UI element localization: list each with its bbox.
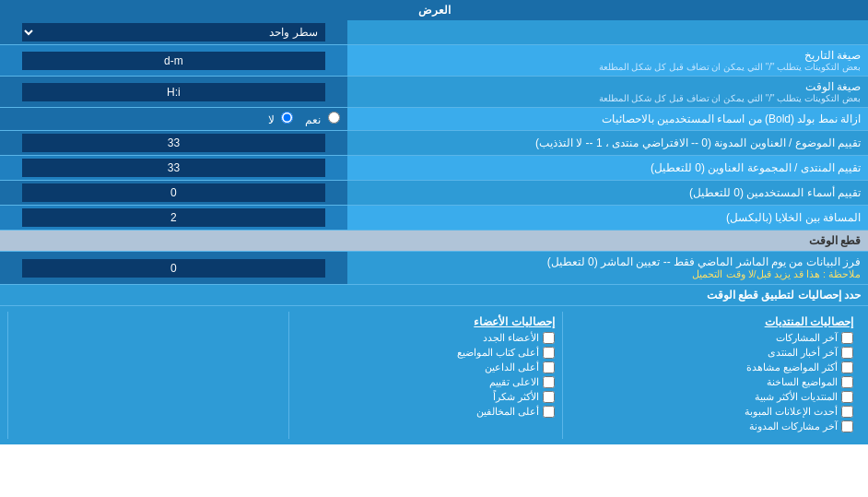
time-cut-cell xyxy=(0,252,347,285)
stat-forum-check-5[interactable] xyxy=(841,406,853,418)
time-format-cell xyxy=(0,77,347,108)
cell-spacing-label: المسافة بين الخلايا (بالبكسل) xyxy=(347,206,868,231)
stat-member-check-4[interactable] xyxy=(543,391,555,403)
stat-member-label-0: الأعضاء الجدد xyxy=(483,332,539,344)
display-mode-select[interactable]: سطر واحد xyxy=(22,23,324,41)
stat-member-label-5: أعلى المخالفين xyxy=(476,406,539,418)
stat-forum-check-1[interactable] xyxy=(841,347,853,359)
stat-forum-label-6: آخر مشاركات المدونة xyxy=(749,420,838,432)
bold-yes-label: نعم xyxy=(305,113,321,126)
topic-forum-order-cell xyxy=(0,131,347,156)
stat-forum-label-5: أحدث الإعلانات المبوبة xyxy=(745,406,838,418)
stat-forum-item-4: المنتديات الأكثر شبية xyxy=(570,391,853,403)
display-mode-cell: سطر واحد xyxy=(0,20,347,45)
display-mode-label xyxy=(347,20,868,45)
stat-member-item-0: الأعضاء الجدد xyxy=(297,332,554,344)
topic-forum-order-label: تقييم الموضوع / العناوين المدونة (0 -- ا… xyxy=(347,131,868,156)
stats-checkboxes-area: إحصاليات المنتديات آخر المشاركات آخر أخب… xyxy=(0,306,868,445)
stat-forum-label-0: آخر المشاركات xyxy=(776,332,838,344)
section-header: العرض xyxy=(0,0,868,20)
bold-no-radio[interactable] xyxy=(281,112,293,124)
stat-member-check-2[interactable] xyxy=(543,361,555,373)
bold-option-label: ازالة نمط بولد (Bold) من اسماء المستخدمي… xyxy=(347,108,868,131)
stat-member-check-0[interactable] xyxy=(543,332,555,344)
stat-member-check-3[interactable] xyxy=(543,376,555,388)
username-order-label: تقييم أسماء المستخدمين (0 للتعطيل) xyxy=(347,181,868,206)
stat-member-check-1[interactable] xyxy=(543,347,555,359)
stat-forum-label-2: أكثر المواضيع مشاهدة xyxy=(746,361,838,373)
stat-forum-label-3: المواضيع الساخنة xyxy=(767,376,838,388)
stat-forum-item-6: آخر مشاركات المدونة xyxy=(570,420,853,432)
stat-forum-check-2[interactable] xyxy=(841,361,853,373)
stat-member-item-5: أعلى المخالفين xyxy=(297,406,554,418)
stat-forum-item-2: أكثر المواضيع مشاهدة xyxy=(570,361,853,373)
stat-member-label-2: أعلى الداعين xyxy=(485,361,539,373)
cell-spacing-input[interactable] xyxy=(22,208,324,227)
stat-member-item-1: أعلى كتاب المواضيع xyxy=(297,347,554,359)
stat-forum-label-1: آخر أخبار المنتدى xyxy=(768,347,838,359)
forum-group-order-input[interactable] xyxy=(22,159,324,177)
cell-spacing-cell xyxy=(0,206,347,231)
forum-group-order-label: تقييم المنتدى / المجموعة العناوين (0 للت… xyxy=(347,156,868,181)
stat-member-item-4: الأكثر شكراً xyxy=(297,391,554,403)
stat-forum-label-4: المنتديات الأكثر شبية xyxy=(755,391,838,403)
date-format-cell xyxy=(0,45,347,77)
time-format-label: صيغة الوقت بعض التكوينات يتطلب "/" التي … xyxy=(347,77,868,108)
bold-no-label: لا xyxy=(268,113,275,126)
stats-col-members-title: إحصاليات الأعضاء xyxy=(297,315,554,328)
stats-col-forums: إحصاليات المنتديات آخر المشاركات آخر أخب… xyxy=(562,312,861,439)
stat-forum-item-5: أحدث الإعلانات المبوبة xyxy=(570,406,853,418)
stat-forum-check-0[interactable] xyxy=(841,332,853,344)
time-cut-label: فرز البيانات من يوم الماشر الماضي فقط --… xyxy=(347,252,868,285)
stat-forum-item-0: آخر المشاركات xyxy=(570,332,853,344)
username-order-input[interactable] xyxy=(22,183,324,202)
stat-member-check-5[interactable] xyxy=(543,406,555,418)
stat-forum-item-3: المواضيع الساخنة xyxy=(570,376,853,388)
date-format-label: صيغة التاريخ بعض التكوينات يتطلب "/" الت… xyxy=(347,45,868,77)
stat-forum-check-3[interactable] xyxy=(841,376,853,388)
bold-yes-radio[interactable] xyxy=(328,112,340,124)
stats-col-empty xyxy=(8,312,289,439)
stat-member-label-4: الأكثر شكراً xyxy=(493,391,539,403)
stat-member-label-1: أعلى كتاب المواضيع xyxy=(457,347,539,359)
bold-option-cell: نعم لا xyxy=(0,108,347,131)
time-format-input[interactable] xyxy=(22,83,324,101)
forum-group-order-cell xyxy=(0,156,347,181)
date-format-input[interactable] xyxy=(22,52,324,70)
stat-member-item-2: أعلى الداعين xyxy=(297,361,554,373)
stats-col-members: إحصاليات الأعضاء الأعضاء الجدد أعلى كتاب… xyxy=(289,312,562,439)
stat-forum-item-1: آخر أخبار المنتدى xyxy=(570,347,853,359)
stat-forum-check-6[interactable] xyxy=(841,420,853,432)
time-cut-input[interactable] xyxy=(22,259,324,278)
stats-col-forums-title: إحصاليات المنتديات xyxy=(570,315,853,328)
username-order-cell xyxy=(0,181,347,206)
stats-section-header-label: حدد إحصاليات لتطبيق قطع الوقت xyxy=(0,285,868,306)
topic-forum-order-input[interactable] xyxy=(22,134,324,152)
stat-forum-check-4[interactable] xyxy=(841,391,853,403)
stat-member-item-3: الاعلى تقييم xyxy=(297,376,554,388)
stat-member-label-3: الاعلى تقييم xyxy=(489,376,539,388)
time-cut-section-title: قطع الوقت xyxy=(0,231,868,252)
